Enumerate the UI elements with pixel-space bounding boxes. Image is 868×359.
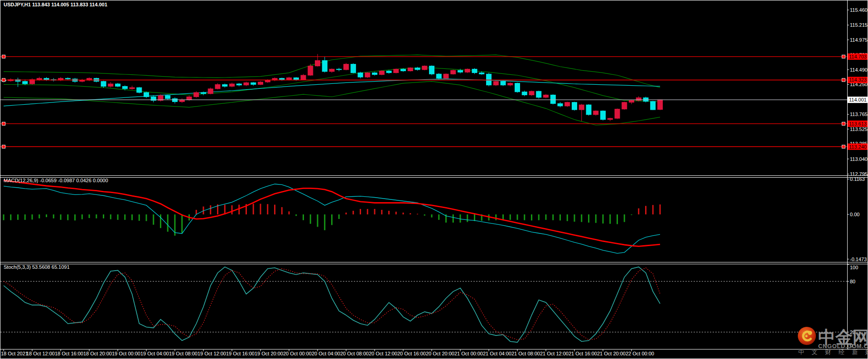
bull-candle (230, 84, 235, 86)
bull-candle (379, 71, 384, 74)
macd-tick-label: 0.1163 (850, 176, 865, 182)
bear-candle (522, 92, 527, 95)
bull-candle (130, 87, 135, 89)
macd-histogram-bar-positive (381, 210, 382, 214)
time-tick-label: 21 Oct 08:00 (511, 351, 540, 356)
bull-candle (544, 95, 549, 97)
bear-candle (386, 71, 391, 73)
bear-candle (173, 99, 178, 102)
bull-candle (287, 78, 292, 79)
line-handle[interactable] (2, 122, 5, 125)
line-handle[interactable] (2, 78, 5, 82)
macd-histogram-bar-negative (139, 214, 140, 221)
price-tick-label: 115.215 (850, 22, 868, 28)
time-tick-label: 20 Oct 00:00 (283, 351, 312, 356)
bull-candle (629, 101, 634, 102)
time-tick-label: 20 Oct 20:00 (426, 351, 454, 356)
time-tick-label: 20 Oct 12:00 (369, 351, 397, 356)
macd-histogram-bar-negative (603, 214, 604, 223)
line-handle[interactable] (2, 55, 5, 58)
macd-histogram-bar-negative (117, 214, 119, 220)
macd-histogram-bar-negative (567, 214, 568, 221)
macd-histogram-bar-negative (517, 214, 518, 220)
macd-histogram-bar-positive (410, 213, 411, 214)
macd-histogram-bar-positive (395, 212, 397, 214)
macd-histogram-bar-negative (295, 214, 297, 216)
time-tick-label: 21 Oct 12:00 (540, 351, 569, 356)
macd-histogram-bar-negative (431, 214, 433, 218)
macd-histogram-bar-negative (303, 214, 304, 220)
bear-candle (558, 103, 563, 106)
macd-histogram-bar-negative (324, 214, 325, 230)
bull-candle (194, 92, 199, 97)
bear-candle (116, 84, 121, 86)
macd-histogram-bar-negative (181, 214, 183, 233)
macd-histogram-bar-positive (210, 205, 211, 214)
macd-histogram-bar-negative (10, 214, 11, 220)
bear-candle (251, 82, 256, 84)
current-price-label: 114.001 (849, 97, 867, 102)
bear-candle (458, 70, 463, 72)
macd-histogram-bar-negative (424, 214, 425, 216)
line-handle[interactable] (842, 145, 845, 148)
bear-candle (280, 78, 285, 80)
macd-histogram-bar-negative (89, 214, 90, 218)
time-tick-label: 21 Oct 00:00 (454, 351, 483, 356)
bear-candle (536, 91, 541, 97)
time-tick-label: 21 Oct 20:00 (597, 351, 626, 356)
macd-histogram-bar-negative (453, 214, 454, 223)
time-tick-label: 20 Oct 16:00 (397, 351, 426, 356)
chart-title: USDJPY,H1 113.843 114.005 113.833 114.00… (4, 2, 107, 7)
bull-candle (508, 83, 513, 85)
bull-candle (593, 111, 598, 115)
macd-tick-label: -0.1473 (850, 257, 867, 262)
price-tick-label: 113.040 (850, 156, 868, 162)
line-handle[interactable] (842, 55, 845, 58)
time-tick-label: 19 Oct 00:00 (112, 351, 140, 356)
line-handle[interactable] (842, 78, 845, 82)
bull-candle (451, 70, 456, 74)
bull-candle (529, 91, 534, 95)
macd-histogram-bar-positive (289, 211, 290, 214)
macd-histogram-bar-negative (574, 214, 575, 222)
price-tick-label: 113.765 (850, 112, 868, 117)
bear-candle (479, 73, 484, 74)
bear-candle (515, 83, 520, 92)
macd-histogram-bar-negative (595, 214, 597, 223)
time-tick-label: 19 Oct 16:00 (226, 351, 255, 356)
time-tick-label: 21 Oct 16:00 (569, 351, 597, 356)
bull-candle (315, 60, 320, 66)
macd-histogram-bar-negative (39, 214, 40, 218)
macd-histogram-bar-negative (96, 214, 97, 218)
bull-candle (615, 109, 620, 118)
bull-candle (444, 74, 448, 78)
time-tick-label: 19 Oct 04:00 (140, 351, 169, 356)
bear-candle (358, 73, 363, 78)
line-handle[interactable] (842, 122, 845, 125)
bull-candle (308, 66, 313, 75)
bull-candle (265, 80, 270, 82)
bull-candle (37, 78, 42, 80)
bear-candle (44, 78, 49, 80)
cngold-watermark: 中金网 CNGOLD.COM.CN 中 文 财 经 新 媒 体 (798, 327, 868, 355)
macd-histogram-bar-negative (124, 214, 125, 220)
bear-candle (601, 111, 606, 120)
line-handle[interactable] (2, 145, 5, 148)
price-tick-label: 113.525 (850, 126, 868, 132)
bull-candle (565, 102, 570, 106)
macd-histogram-bar-negative (317, 214, 318, 227)
macd-histogram-bar-negative (559, 214, 561, 220)
macd-histogram-bar-negative (46, 214, 47, 217)
macd-indicator-label: MACD(12,26,9) -0.0659 -0.0987 0.0426 0.0… (4, 178, 108, 183)
macd-histogram-bar-negative (3, 214, 5, 220)
macd-histogram-bar-positive (253, 204, 254, 214)
bear-candle (372, 73, 377, 75)
macd-histogram-bar-positive (274, 205, 275, 214)
chart-canvas: 115.460115.215114.975114.730114.490114.2… (0, 0, 868, 359)
bull-candle (179, 100, 184, 102)
time-tick-label: 20 Oct 08:00 (340, 351, 369, 356)
bear-candle (294, 78, 299, 79)
macd-histogram-bar-negative (160, 214, 161, 228)
macd-histogram-bar-negative (467, 214, 468, 222)
macd-histogram-bar-positive (388, 211, 390, 214)
